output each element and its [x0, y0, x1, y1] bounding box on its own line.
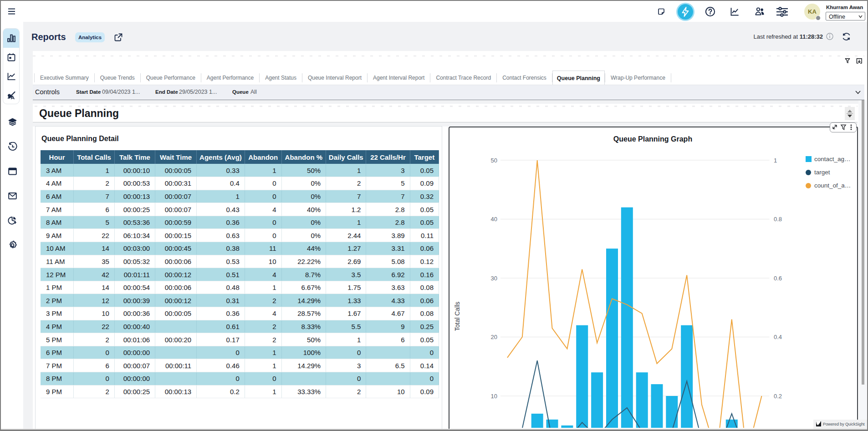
svg-text:20: 20 — [491, 334, 497, 340]
svg-text:Total Calls: Total Calls — [454, 302, 461, 331]
svg-text:10: 10 — [491, 393, 497, 400]
svg-text:0.8: 0.8 — [774, 216, 782, 223]
svg-text:0.4: 0.4 — [774, 334, 782, 340]
svg-text:40: 40 — [491, 216, 497, 223]
svg-text:0.2: 0.2 — [774, 393, 782, 400]
svg-text:1: 1 — [774, 157, 777, 164]
svg-text:0.6: 0.6 — [774, 275, 782, 282]
svg-text:30: 30 — [491, 275, 497, 282]
svg-text:50: 50 — [491, 157, 497, 164]
